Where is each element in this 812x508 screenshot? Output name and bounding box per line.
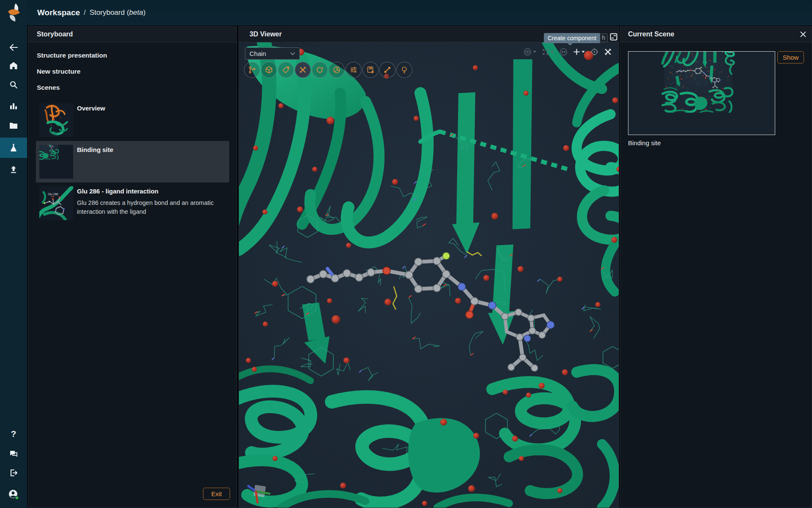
search-icon [8,80,19,90]
lightbulb-icon [400,66,409,74]
account-icon [8,489,19,500]
show-button[interactable]: Show [777,51,804,64]
chat-icon [8,449,19,459]
sidebar-item-search[interactable] [3,75,24,95]
cube-icon [265,66,273,74]
back-button[interactable] [3,37,24,58]
tune-button[interactable] [346,62,362,78]
expand-arrows-icon [542,48,549,56]
breadcrumb-separator: / [84,8,86,17]
bookmark-gear-icon [366,66,375,74]
crossed-tools-icon [299,66,307,74]
storyboard-panel-title: Storyboard [28,27,236,42]
storyboard-nav: Structure presentation New structure Sce… [28,42,236,96]
help-button[interactable]: ? [3,424,24,444]
scene-title: Glu 286 - ligand interaction [77,188,226,195]
nav-item-new-structure[interactable]: New structure [28,64,236,80]
distance-icon [383,66,392,74]
panel-toggle-icon[interactable] [610,33,617,41]
chain-select-value: Chain [250,50,266,57]
upload-icon [8,164,19,174]
measure-toggle-button[interactable] [604,48,612,56]
folder-icon [8,120,19,130]
sidebar-item-analytics[interactable] [3,96,24,116]
sign-out-icon [8,468,19,478]
create-component-tooltip: Create component [544,33,600,43]
scene-title: Overview [77,105,105,112]
autofit-button[interactable] [560,48,568,56]
scene-description: Glu 286 creates a hydrogen bond and an a… [77,199,226,216]
scene-thumbnail-overview [39,103,73,137]
nav-item-scenes[interactable]: Scenes [28,80,236,96]
scene-row-binding-site[interactable]: Binding site [36,141,229,182]
chain-select[interactable]: Chain [245,47,300,60]
refresh-button[interactable] [312,62,328,78]
measurements-button[interactable] [295,62,311,78]
sidebar-item-experiments[interactable] [0,138,27,158]
labels-button[interactable] [278,62,294,78]
scene-title: Binding site [77,146,113,153]
focus-target-button[interactable] [590,48,598,56]
account-button[interactable] [3,484,24,505]
component-settings-button[interactable] [362,62,379,78]
chevron-down-icon [582,51,585,53]
breadcrumb-workspace[interactable]: Workspace [37,8,80,17]
eye-icon [524,48,532,56]
home-icon [8,61,19,71]
sign-out-button[interactable] [3,463,24,483]
add-component-button[interactable] [573,48,585,55]
online-status-dot [15,496,19,500]
branch-icon [248,66,256,74]
chevron-down-icon [533,51,536,53]
render-style-button[interactable] [329,62,345,78]
current-scene-title: Current Scene [628,30,674,38]
aperture-icon [332,66,341,74]
components-button[interactable] [261,62,277,78]
scene-thumbnail-binding-site [39,145,73,179]
sliders-icon [349,66,358,74]
molecular-scene [239,42,619,508]
close-icon [800,31,807,38]
scene-row-glu-286[interactable]: Glu 286 Glu 286 - ligand interaction Glu… [36,182,229,224]
tag-icon [282,66,290,74]
viewer-top-controls [524,48,612,56]
chat-button[interactable] [3,444,24,464]
lighting-button[interactable] [396,62,412,78]
storyboard-panel: Storyboard Structure presentation New st… [28,26,237,508]
sidebar-item-home[interactable] [3,55,24,76]
chevron-down-icon [551,51,554,53]
viewer-toolbar [244,62,412,78]
viewer-panel: 3D Viewer Create component h Chain [239,26,619,508]
sidebar-item-projects[interactable] [3,115,24,135]
app-logo[interactable] [4,3,23,23]
help-icon: ? [11,429,16,439]
molecular-viewport[interactable]: Chain [239,42,619,508]
top-bar: Workspace / Storyboard (beta) [27,0,812,25]
scene-list: Overview Binding site [28,99,236,224]
expand-dropdown[interactable] [542,48,554,56]
plus-icon [573,48,580,55]
nav-item-structure-presentation[interactable]: Structure presentation [28,47,236,64]
crosshair-icon [590,48,598,56]
glu-286-residue-label: Glu 286 [48,193,58,196]
visibility-dropdown[interactable] [524,48,536,56]
exit-button[interactable]: Exit [203,488,230,500]
scene-row-overview[interactable]: Overview [36,99,229,141]
current-scene-label: Binding site [628,139,661,146]
selection-mode-button[interactable] [244,62,260,78]
current-scene-panel: Current Scene Show Binding site [620,26,812,508]
fit-width-icon [560,48,568,56]
orientation-gizmo[interactable] [247,482,273,503]
back-arrow-icon [8,42,19,52]
scene-thumbnail-glu-286: Glu 286 [39,186,73,220]
bar-chart-icon [8,101,19,111]
breadcrumb-page: Storyboard (beta) [90,8,145,17]
flask-icon [8,143,19,153]
icon-rail: ? [0,0,27,508]
crossed-ruler-icon [604,48,612,56]
distance-button[interactable] [379,62,395,78]
refresh-icon [315,66,324,74]
sidebar-item-upload[interactable] [3,159,24,179]
close-button[interactable] [800,31,807,38]
current-scene-preview[interactable] [628,51,775,135]
